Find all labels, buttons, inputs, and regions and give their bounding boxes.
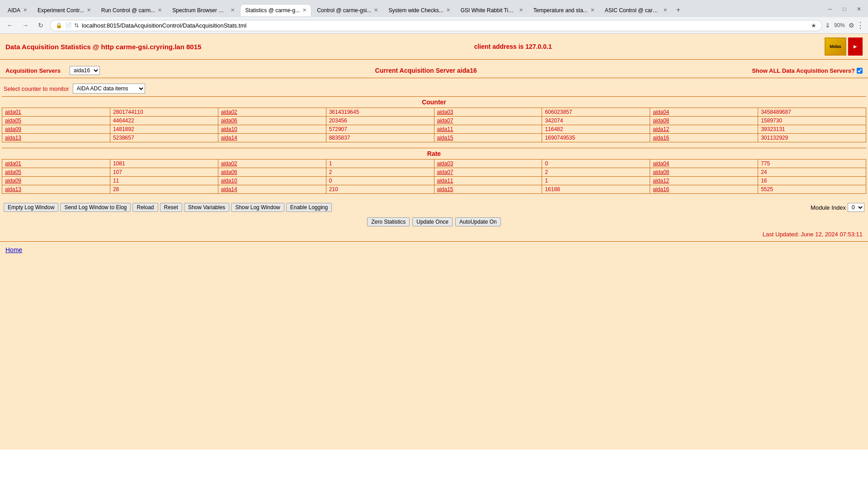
grid-name-cell[interactable]: aida12	[650, 177, 758, 185]
tab-close-control[interactable]: ✕	[374, 7, 378, 13]
module-index-select[interactable]: 0	[848, 203, 864, 212]
send-log-button[interactable]: Send Log Window to Elog	[60, 203, 131, 212]
grid-name-cell[interactable]: aida03	[434, 108, 542, 117]
buttons-row: Empty Log Window Send Log Window to Elog…	[0, 199, 868, 216]
grid-name-cell[interactable]: aida01	[2, 108, 110, 117]
tab-close-statistics[interactable]: ✕	[302, 7, 307, 13]
grid-name-cell[interactable]: aida13	[2, 134, 110, 142]
enable-logging-button[interactable]: Enable Logging	[286, 203, 332, 212]
tab-temperature[interactable]: Temperature and sta... ✕	[528, 4, 599, 16]
grid-name-cell[interactable]: aida16	[650, 185, 758, 194]
grid-name-cell[interactable]: aida01	[2, 160, 110, 168]
empty-log-button[interactable]: Empty Log Window	[4, 203, 58, 212]
bookmark-icon[interactable]: ★	[811, 22, 816, 29]
grid-name-cell[interactable]: aida14	[218, 134, 326, 142]
counter-type-select[interactable]: AIDA ADC data items	[73, 84, 145, 94]
grid-name-cell[interactable]: aida04	[650, 108, 758, 117]
tab-close-gsi[interactable]: ✕	[519, 7, 523, 13]
grid-name-cell[interactable]: aida11	[434, 125, 542, 134]
center-buttons-row: Zero Statistics Update Once AutoUpdate O…	[0, 216, 868, 229]
back-button[interactable]: ←	[4, 19, 16, 32]
acq-separator	[0, 78, 868, 78]
grid-name-cell[interactable]: aida07	[434, 168, 542, 177]
acq-servers-select[interactable]: aida16	[70, 66, 100, 75]
grid-value-cell: 0	[542, 160, 650, 168]
tab-close-spectrum[interactable]: ✕	[231, 7, 235, 13]
grid-value-cell: 1589730	[758, 117, 866, 125]
grid-name-cell[interactable]: aida05	[2, 168, 110, 177]
tab-close-experiment[interactable]: ✕	[87, 7, 91, 13]
grid-name-cell[interactable]: aida16	[650, 134, 758, 142]
tab-system[interactable]: System wide Checks... ✕	[383, 4, 455, 16]
grid-value-cell: 5238657	[110, 134, 218, 142]
grid-name-cell[interactable]: aida15	[434, 134, 542, 142]
grid-value-cell: 8835837	[326, 134, 434, 142]
grid-name-cell[interactable]: aida10	[218, 177, 326, 185]
grid-name-cell[interactable]: aida02	[218, 108, 326, 117]
tab-statistics[interactable]: Statistics @ carme-g... ✕	[240, 4, 311, 16]
midas-logo: Midas	[825, 38, 846, 56]
grid-value-cell: 1690749535	[542, 134, 650, 142]
grid-value-cell: 3614319645	[326, 108, 434, 117]
minimize-button[interactable]: ─	[824, 3, 836, 15]
tab-gsi[interactable]: GSI White Rabbit Tim... ✕	[456, 4, 528, 16]
grid-name-cell[interactable]: aida09	[2, 177, 110, 185]
grid-name-cell[interactable]: aida15	[434, 185, 542, 194]
grid-value-cell: 2	[326, 168, 434, 177]
grid-name-cell[interactable]: aida04	[650, 160, 758, 168]
new-tab-button[interactable]: +	[673, 4, 684, 16]
grid-value-cell: 301132929	[758, 134, 866, 142]
tab-close-aida[interactable]: ✕	[23, 7, 27, 13]
reset-button[interactable]: Reset	[160, 203, 182, 212]
grid-name-cell[interactable]: aida06	[218, 168, 326, 177]
maximize-button[interactable]: □	[838, 3, 851, 15]
grid-value-cell: 28	[110, 185, 218, 194]
grid-name-cell[interactable]: aida08	[650, 117, 758, 125]
header-separator	[0, 59, 868, 60]
more-tools-icon[interactable]: ⋮	[856, 20, 864, 30]
grid-name-cell[interactable]: aida07	[434, 117, 542, 125]
grid-name-cell[interactable]: aida14	[218, 185, 326, 194]
reload-button[interactable]: Reload	[132, 203, 158, 212]
url-input[interactable]	[82, 22, 808, 29]
tab-control[interactable]: Control @ carme-gsi... ✕	[312, 4, 383, 16]
tab-experiment[interactable]: Experiment Contr... ✕	[33, 4, 96, 16]
tab-run-control[interactable]: Run Control @ carm... ✕	[96, 4, 167, 16]
zero-statistics-button[interactable]: Zero Statistics	[367, 217, 410, 226]
reload-browser-button[interactable]: ↻	[34, 19, 47, 32]
update-once-button[interactable]: Update Once	[412, 217, 453, 226]
grid-name-cell[interactable]: aida05	[2, 117, 110, 125]
grid-name-cell[interactable]: aida13	[2, 185, 110, 194]
tab-asic[interactable]: ASIC Control @ carm... ✕	[600, 4, 672, 16]
home-link[interactable]: Home	[5, 246, 22, 253]
client-address: client address is 127.0.0.1	[474, 43, 552, 50]
auto-update-button[interactable]: AutoUpdate On	[455, 217, 501, 226]
extensions-icon[interactable]: ⚙	[849, 22, 854, 29]
tab-close-run[interactable]: ✕	[158, 7, 162, 13]
tab-spectrum[interactable]: Spectrum Browser @... ✕	[167, 4, 240, 16]
grid-name-cell[interactable]: aida11	[434, 177, 542, 185]
acq-servers-label: Acquisition Servers	[5, 67, 61, 74]
tab-close-asic[interactable]: ✕	[663, 7, 667, 13]
grid-value-cell: 0	[326, 177, 434, 185]
grid-value-cell: 572907	[326, 125, 434, 134]
grid-name-cell[interactable]: aida09	[2, 125, 110, 134]
show-variables-button[interactable]: Show Variables	[184, 203, 230, 212]
grid-value-cell: 1	[542, 177, 650, 185]
tab-close-system[interactable]: ✕	[446, 7, 450, 13]
close-button[interactable]: ✕	[853, 3, 865, 15]
grid-name-cell[interactable]: aida10	[218, 125, 326, 134]
grid-name-cell[interactable]: aida03	[434, 160, 542, 168]
show-log-window-button[interactable]: Show Log Window	[231, 203, 284, 212]
forward-button[interactable]: →	[19, 19, 32, 32]
downloads-icon[interactable]: ⇓	[825, 22, 830, 29]
module-index-label: Module Index	[811, 204, 846, 211]
show-all-checkbox[interactable]	[857, 68, 863, 74]
tab-close-temperature[interactable]: ✕	[590, 7, 594, 13]
grid-name-cell[interactable]: aida12	[650, 125, 758, 134]
grid-value-cell: 203456	[326, 117, 434, 125]
tab-aida[interactable]: AIDA ✕	[3, 4, 32, 16]
grid-name-cell[interactable]: aida02	[218, 160, 326, 168]
grid-name-cell[interactable]: aida06	[218, 117, 326, 125]
grid-name-cell[interactable]: aida08	[650, 168, 758, 177]
